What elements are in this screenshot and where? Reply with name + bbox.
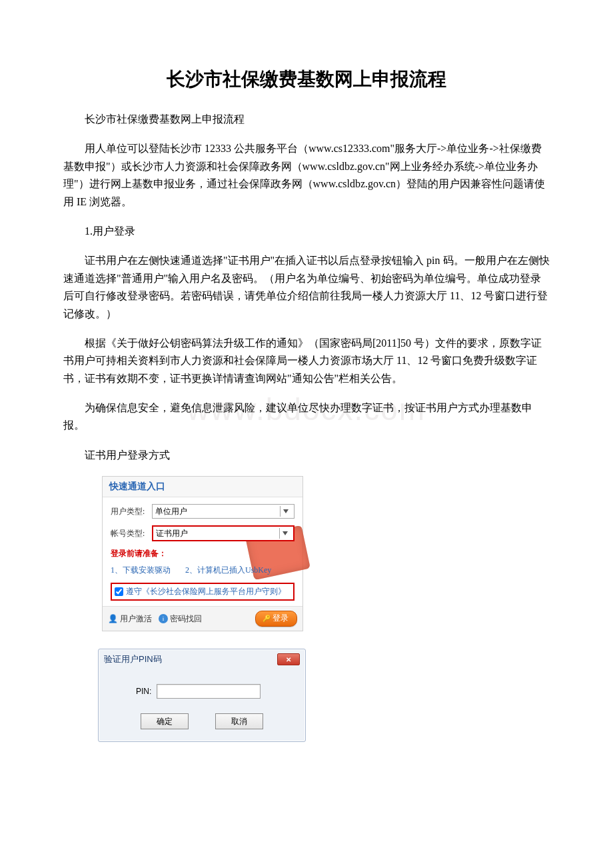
paragraph: 证书用户登录方式 (63, 447, 550, 464)
user-type-label: 用户类型: (111, 506, 152, 517)
close-button[interactable]: ✕ (277, 653, 300, 665)
pin-dialog-title: 验证用户PIN码 (104, 653, 162, 665)
page-title: 长沙市社保缴费基数网上申报流程 (63, 67, 550, 92)
paragraph: 证书用户在左侧快速通道选择"证书用户"在插入证书以后点登录按钮输入 pin 码。… (63, 252, 550, 323)
agree-label: 遵守《长沙社会保险网上服务平台用户守则》 (126, 586, 286, 597)
chevron-down-icon (279, 528, 291, 539)
svg-marker-0 (283, 509, 289, 513)
pin-input[interactable] (157, 684, 261, 699)
paragraph: 用人单位可以登陆长沙市 12333 公共服务平台（www.cs12333.com… (63, 140, 550, 211)
account-type-select[interactable]: 证书用户 (152, 525, 295, 541)
pin-dialog: 验证用户PIN码 ✕ PIN: 确定 取消 (98, 649, 306, 742)
prep-download-driver[interactable]: 1、下载安装驱动 (111, 565, 171, 576)
login-panel: 快速通道入口 用户类型: 单位用户 帐号类型: 证书用户 (102, 476, 303, 631)
user-type-value: 单位用户 (155, 506, 280, 517)
login-button[interactable]: 🔑 登录 (255, 611, 297, 627)
key-icon: 🔑 (263, 615, 271, 622)
account-type-label: 帐号类型: (111, 528, 152, 539)
cancel-button[interactable]: 取消 (215, 713, 263, 729)
paragraph: 长沙市社保缴费基数网上申报流程 (63, 111, 550, 128)
close-icon: ✕ (286, 656, 291, 663)
prep-title: 登录前请准备： (111, 548, 295, 559)
pin-label: PIN: (136, 687, 151, 696)
ok-button[interactable]: 确定 (141, 713, 189, 729)
user-type-select[interactable]: 单位用户 (152, 504, 295, 519)
password-recover-link[interactable]: i 密码找回 (159, 613, 202, 625)
paragraph: 1.用户登录 (63, 223, 550, 240)
info-icon: i (159, 614, 168, 623)
paragraph: 根据《关于做好公钥密码算法升级工作的通知》（国家密码局[2011]50 号）文件… (63, 335, 550, 387)
agree-checkbox[interactable] (115, 587, 123, 596)
paragraph: 为确保信息安全，避免信息泄露风险，建议单位尽快办理数字证书，按证书用户方式办理基… (63, 399, 550, 435)
prep-usbkey: 2、计算机已插入UsbKey (185, 565, 271, 576)
agree-terms[interactable]: 遵守《长沙社会保险网上服务平台用户守则》 (111, 583, 295, 601)
login-panel-title: 快速通道入口 (103, 477, 303, 497)
user-activate-link[interactable]: 👤 用户激活 (108, 613, 152, 625)
chevron-down-icon (280, 506, 291, 517)
account-type-value: 证书用户 (156, 528, 279, 539)
user-icon: 👤 (108, 614, 118, 624)
svg-marker-1 (283, 531, 288, 535)
